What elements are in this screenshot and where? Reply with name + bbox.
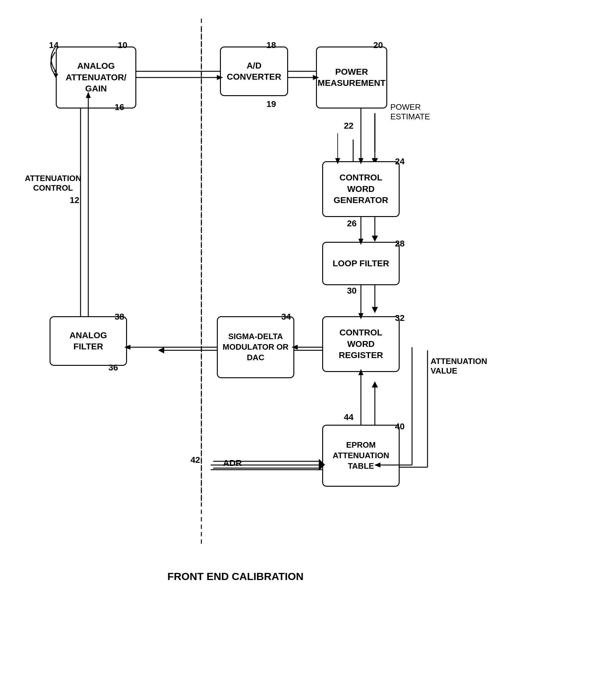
diagram: ANALOG ATTENUATOR/ GAIN 10 14 16 A/D CON… [19, 19, 582, 670]
ad-converter-block: A/D CONVERTER [220, 47, 288, 96]
control-word-generator-block: CONTROL WORD GENERATOR [322, 161, 400, 217]
analog-filter-label: ANALOG FILTER [54, 330, 123, 352]
analog-filter-block: ANALOG FILTER [50, 316, 127, 366]
num-40: 40 [395, 422, 404, 431]
loop-filter-block: LOOP FILTER [322, 242, 400, 285]
num-14: 14 [49, 40, 58, 50]
adr-label: ADR [223, 458, 242, 468]
control-word-generator-label: CONTROL WORD GENERATOR [326, 172, 396, 206]
num-24: 24 [395, 156, 404, 167]
svg-marker-11 [372, 307, 378, 313]
control-word-register-block: CONTROL WORD REGISTER [322, 316, 400, 372]
svg-marker-9 [372, 235, 378, 242]
num-44: 44 [344, 412, 354, 422]
num-42: 42 [190, 455, 200, 465]
control-word-register-label: CONTROL WORD REGISTER [326, 327, 396, 361]
sigma-delta-block: SIGMA-DELTA MODULATOR OR DAC [217, 316, 294, 378]
power-measurement-label: POWER MEASUREMENT [317, 66, 385, 89]
svg-marker-6 [372, 152, 375, 160]
ad-converter-label: A/D CONVERTER [224, 60, 284, 83]
attenuation-value-label: ATTENUATION VALUE [430, 356, 487, 376]
eprom-block: EPROM ATTENUATION TABLE [322, 425, 400, 487]
power-estimate-label: POWER ESTIMATE [390, 102, 430, 122]
num-22: 22 [344, 121, 354, 131]
eprom-label: EPROM ATTENUATION TABLE [333, 440, 389, 471]
footer-label: FRONT END CALIBRATION [142, 570, 329, 582]
loop-filter-label: LOOP FILTER [333, 258, 389, 269]
num-28: 28 [395, 239, 404, 249]
analog-attenuator-block: ANALOG ATTENUATOR/ GAIN [56, 47, 136, 108]
num-19: 19 [266, 99, 276, 109]
num-10: 10 [118, 40, 127, 50]
power-measurement-block: POWER MEASUREMENT [316, 47, 387, 108]
num-38: 38 [114, 312, 124, 322]
num-12: 12 [70, 195, 79, 205]
attenuation-control-label: ATTENUATION CONTROL [25, 174, 81, 193]
svg-marker-15 [158, 347, 164, 353]
analog-attenuator-label: ANALOG ATTENUATOR/ GAIN [66, 60, 126, 94]
num-32: 32 [395, 313, 404, 323]
num-26: 26 [347, 219, 357, 228]
sigma-delta-label: SIGMA-DELTA MODULATOR OR DAC [223, 331, 289, 363]
num-36: 36 [108, 363, 118, 373]
num-16: 16 [114, 102, 124, 112]
num-18: 18 [266, 40, 276, 50]
num-30: 30 [347, 286, 357, 296]
num-34: 34 [281, 312, 291, 322]
num-20: 20 [373, 40, 383, 50]
svg-marker-20 [372, 381, 378, 388]
